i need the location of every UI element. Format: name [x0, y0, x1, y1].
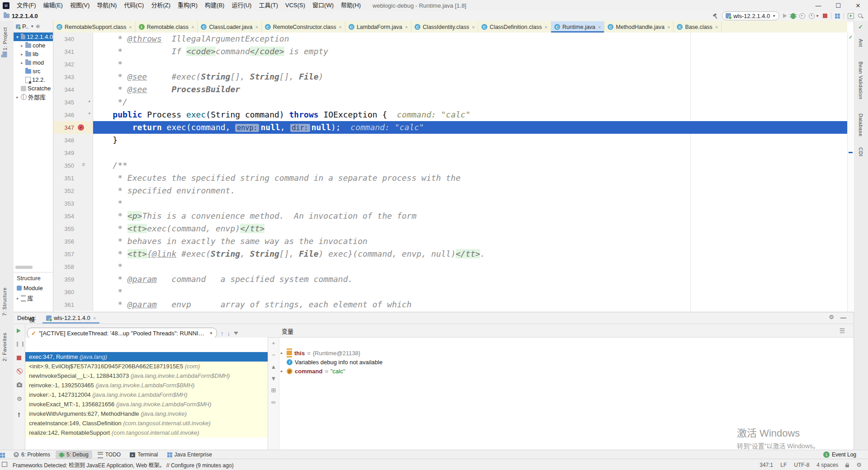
inspections-ok-icon[interactable]: ✓ [858, 24, 863, 30]
editor-tab-LambdaForm.java[interactable]: CLambdaForm.java× [345, 21, 411, 33]
tool-button-database[interactable]: Database [858, 113, 863, 136]
close-icon[interactable]: × [93, 315, 96, 321]
vars-toolbar-icon-1[interactable]: − [268, 349, 279, 361]
tree-item-Scratche[interactable]: Scratche [14, 84, 53, 93]
code-line-350[interactable]: 350≡ /** [53, 159, 847, 172]
file-encoding[interactable]: UTF-8 [794, 462, 809, 468]
search-everywhere-icon[interactable] [858, 13, 863, 19]
stop-button[interactable] [823, 14, 827, 18]
frame-row-6[interactable]: invokeWithArguments:627, MethodHandle (j… [25, 409, 268, 418]
pin-icon[interactable] [18, 413, 20, 414]
run-anything-icon[interactable] [848, 13, 854, 19]
close-icon[interactable]: × [255, 24, 258, 30]
menu-item-1[interactable]: 编辑(E) [40, 0, 66, 11]
frame-row-4[interactable]: invoker:-1, 1427312004 (java.lang.invoke… [25, 390, 268, 400]
vars-toolbar-icon-5[interactable]: ∞ [268, 396, 279, 408]
chevron-down-icon[interactable]: ▼ [30, 24, 34, 28]
menu-item-11[interactable]: 窗口(W) [309, 0, 337, 11]
maximize-button[interactable]: ☐ [828, 0, 848, 11]
tree-item-12.2.[interactable]: 12.2. [14, 75, 53, 84]
structure-item-module[interactable]: Module [14, 284, 53, 292]
prev-frame-icon[interactable]: ↑ [221, 330, 224, 337]
code-line-343[interactable]: 343 * @see #exec(String[], String[], Fil… [53, 70, 847, 83]
frameworks-popup-icon[interactable] [2, 462, 7, 467]
gear-icon[interactable]: ⚙ [829, 314, 834, 321]
tool-button-favorites[interactable]: 2: Favorites [2, 333, 7, 361]
project-breadcrumb[interactable]: 12.2.1.4.0 [4, 13, 38, 19]
editor-tab-RemoteConstructor.class[interactable]: CRemoteConstructor.class× [262, 21, 345, 33]
hide-panel-icon[interactable]: — [840, 314, 846, 321]
close-icon[interactable]: × [715, 24, 718, 30]
tool-button-5: Debug[interactable]: 5: Debug [56, 451, 92, 459]
resume-icon[interactable] [17, 329, 21, 333]
close-icon[interactable]: × [667, 24, 670, 30]
code-line-341[interactable]: 341 * If <code>command</code> is empty [53, 45, 847, 58]
vars-toolbar-icon-2[interactable]: ▲ [268, 361, 279, 373]
editor-tab-RemotableSupport.class[interactable]: CRemotableSupport.class× [53, 21, 136, 33]
close-icon[interactable]: × [544, 24, 547, 30]
code-line-349[interactable]: 349 [53, 146, 847, 159]
event-log-button[interactable]: 1 Event Log [823, 451, 856, 458]
code-line-347[interactable]: 347✓ return exec(command, envp:null, dir… [53, 121, 847, 134]
menu-item-8[interactable]: 运行(U) [228, 0, 255, 11]
code-line-351[interactable]: 351 * Executes the specified string comm… [53, 172, 847, 184]
tool-button-ant[interactable]: Ant [858, 39, 863, 47]
code-line-352[interactable]: 352 * specified environment. [53, 184, 847, 197]
menu-item-4[interactable]: 代码(C) [120, 0, 147, 11]
line-separator[interactable]: LF [780, 462, 787, 468]
tree-item-src[interactable]: src [14, 67, 53, 75]
vars-toolbar-icon-4[interactable]: ⊞ [268, 385, 279, 396]
tool-button-Terminal[interactable]: ▸Terminal [126, 451, 161, 459]
attach-debugger-icon[interactable] [835, 14, 840, 19]
code-line-359[interactable]: 359 * @param command a specified system … [53, 273, 847, 286]
menu-item-3[interactable]: 导航(N) [93, 0, 120, 11]
tree-item-12.2.1.4.0[interactable]: ▾12.2.1.4.0 [14, 33, 53, 41]
tool-button-TODO[interactable]: TODO [94, 451, 124, 459]
tree-item-mod[interactable]: ▸mod [14, 58, 53, 67]
frame-row-0[interactable]: exec:347, Runtime (java.lang) [25, 352, 268, 362]
menu-item-9[interactable]: 工具(T) [255, 0, 282, 11]
code-line-340[interactable]: 340 * @throws IllegalArgumentException [53, 33, 847, 45]
tree-item-cohe[interactable]: ▸cohe [14, 41, 53, 50]
inspection-status-icon[interactable]: ✓ [849, 34, 853, 40]
next-frame-icon[interactable]: ↓ [227, 330, 231, 337]
close-icon[interactable]: × [405, 24, 408, 30]
code-line-342[interactable]: 342 * [53, 58, 847, 70]
breakpoint-icon[interactable]: ✓ [78, 124, 84, 131]
editor-tab-Remotable.class[interactable]: IRemotable.class× [136, 21, 198, 33]
menu-item-12[interactable]: 帮助(H) [337, 0, 364, 11]
chevron-right-icon[interactable]: ▸ [281, 369, 284, 373]
frame-row-1[interactable]: <init>:9, EvilObj$7E57A7316D945F206BA662… [25, 362, 268, 371]
project-scrollbar[interactable] [15, 266, 33, 269]
editor-scrollbar[interactable]: ✓ [847, 33, 854, 312]
fold-icon[interactable]: ▾ [88, 111, 90, 116]
build-hammer-icon[interactable] [712, 13, 718, 19]
thread-selector[interactable]: ✓ "[ACTIVE] ExecuteThread: '48...up "Poo… [27, 328, 217, 338]
frame-row-5[interactable]: invokeExact_MT:-1, 1356821656 (java.lang… [25, 400, 268, 409]
tool-button-bean-validation[interactable]: Bean Validation [858, 61, 863, 99]
gear-icon[interactable]: ⚙ [856, 462, 862, 468]
editor-tab-ClassIdentity.class[interactable]: CClassIdentity.class× [411, 21, 478, 33]
tree-item-lib[interactable]: ▸lib [14, 50, 53, 58]
restore-layout-icon[interactable]: ☰ [837, 327, 847, 334]
profiler-button[interactable] [809, 13, 815, 19]
code-line-355[interactable]: 355 * <tt>exec(command, envp)</tt> [53, 222, 847, 235]
editor-tab-Base.class[interactable]: CBase.class× [674, 21, 722, 33]
variable-row-1[interactable]: iVariables debug info not available [281, 357, 382, 367]
frame-row-2[interactable]: newInvokeSpecial__L:-1, 1288413073 (java… [25, 371, 268, 381]
variable-row-0[interactable]: ▸this = {Runtime@21138} [281, 348, 360, 357]
tool-switcher-icon[interactable] [0, 453, 4, 457]
minimize-button[interactable]: — [808, 0, 828, 11]
editor-tab-ClassDefinition.class[interactable]: CClassDefinition.class× [478, 21, 551, 33]
code-line-345[interactable]: 345▴ */ [53, 96, 847, 108]
code-editor[interactable]: 340 * @throws IllegalArgumentException34… [53, 33, 847, 312]
indent-setting[interactable]: 4 spaces [816, 462, 838, 468]
menu-item-6[interactable]: 重构(R) [174, 0, 201, 11]
variable-row-2[interactable]: ▸pcommand = "calc" [281, 367, 345, 376]
pause-icon[interactable] [17, 342, 24, 347]
code-line-357[interactable]: 357 * <tt>{@link #exec(String, String[],… [53, 248, 847, 260]
stop-icon[interactable] [17, 356, 21, 360]
tree-item-外部库[interactable]: ▸外部库 [14, 93, 53, 101]
menu-item-10[interactable]: VCS(S) [282, 0, 309, 11]
menu-item-2[interactable]: 视图(V) [66, 0, 93, 11]
